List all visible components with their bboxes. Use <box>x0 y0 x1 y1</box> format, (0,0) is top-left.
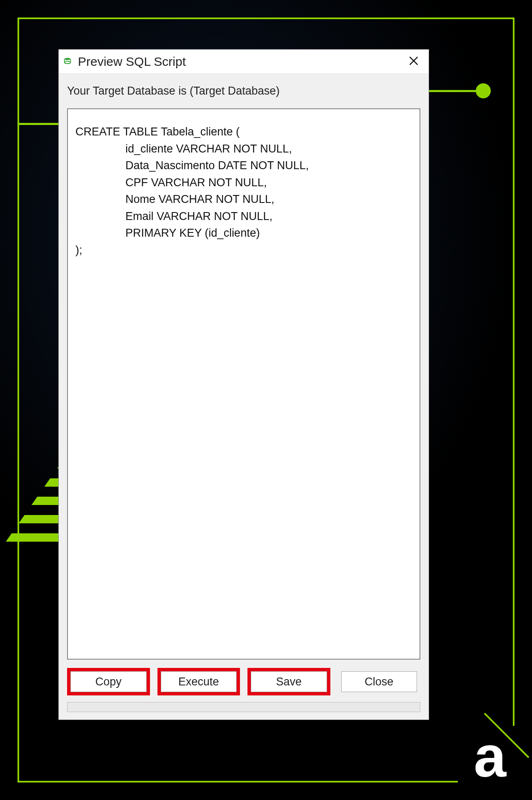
connector-line-left <box>19 123 59 125</box>
copy-button-highlight: Copy <box>67 668 150 695</box>
dialog-body: Your Target Database is (Target Database… <box>59 74 429 720</box>
svg-point-0 <box>65 58 71 60</box>
copy-button[interactable]: Copy <box>70 671 147 692</box>
save-button[interactable]: Save <box>251 671 327 692</box>
execute-button-highlight: Execute <box>157 668 240 695</box>
dialog-titlebar[interactable]: Preview SQL Script <box>59 50 429 74</box>
execute-button[interactable]: Execute <box>161 671 237 692</box>
close-dialog-button[interactable]: Close <box>341 671 417 692</box>
preview-sql-dialog: Preview SQL Script Your Target Database … <box>58 49 429 720</box>
close-icon <box>408 55 419 68</box>
frame-chamfer-mask <box>458 726 516 784</box>
connector-line-right <box>428 90 483 92</box>
svg-point-1 <box>65 61 71 64</box>
close-button-wrap: Close <box>338 668 421 695</box>
corner-logo: a <box>474 733 503 780</box>
sql-script-preview[interactable]: CREATE TABLE Tabela_cliente ( id_cliente… <box>67 108 420 660</box>
save-button-highlight: Save <box>247 668 330 695</box>
dialog-button-row: Copy Execute Save Close <box>67 660 420 695</box>
frame-chamfer-edge <box>484 713 530 758</box>
dialog-title: Preview SQL Script <box>78 55 186 69</box>
database-app-icon <box>63 57 72 66</box>
target-database-label: Your Target Database is (Target Database… <box>67 85 420 98</box>
close-button[interactable] <box>404 52 424 72</box>
dialog-status-strip <box>67 702 420 712</box>
